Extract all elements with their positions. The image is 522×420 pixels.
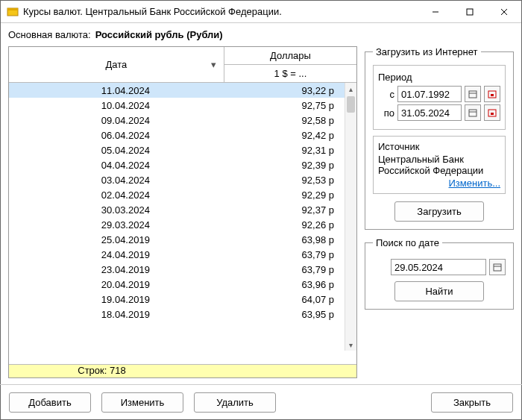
table-row[interactable]: 18.04.201963,95 р (9, 307, 356, 322)
cell-value: 92,39 р (224, 160, 356, 171)
cell-value: 92,26 р (224, 219, 356, 231)
cell-date: 03.04.2024 (9, 175, 224, 186)
table-row[interactable]: 04.04.202492,39 р (9, 157, 356, 172)
edit-button[interactable]: Изменить (101, 392, 183, 413)
table-row[interactable]: 29.03.202492,26 р (9, 217, 356, 232)
scroll-down-icon[interactable]: ▾ (345, 339, 356, 351)
table-row[interactable]: 23.04.201963,79 р (9, 262, 356, 277)
table-row[interactable]: 30.03.202492,37 р (9, 202, 356, 217)
cell-date: 20.04.2019 (9, 279, 224, 290)
change-source-link[interactable]: Изменить... (378, 178, 500, 189)
cell-date: 04.04.2024 (9, 160, 224, 171)
from-calendar-button[interactable] (465, 86, 481, 102)
maximize-button[interactable] (453, 1, 487, 23)
svg-rect-13 (491, 113, 494, 115)
table-row[interactable]: 24.04.201963,79 р (9, 247, 356, 262)
table-row[interactable]: 10.04.202492,75 р (9, 98, 356, 113)
table-row[interactable]: 11.04.202493,22 р (9, 83, 356, 98)
table-header: Дата ▾ Доллары 1 $ = ... (9, 47, 356, 83)
table-row[interactable]: 09.04.202492,58 р (9, 113, 356, 128)
cell-value: 92,75 р (224, 100, 356, 111)
cell-value: 63,79 р (224, 264, 356, 275)
cell-value: 63,95 р (224, 309, 356, 320)
app-icon (7, 6, 19, 18)
period-group: Период с 01.07.1992 по 31.05.2024 (373, 65, 506, 130)
table-row[interactable]: 19.04.201964,07 р (9, 292, 356, 307)
table-row[interactable]: 06.04.202492,42 р (9, 128, 356, 142)
cell-date: 05.04.2024 (9, 145, 224, 156)
period-label: Период (378, 72, 500, 83)
to-date-input[interactable]: 31.05.2024 (397, 104, 462, 121)
table-row[interactable]: 02.04.202492,29 р (9, 187, 356, 202)
table-row[interactable]: 25.04.201963,98 р (9, 232, 356, 247)
svg-rect-6 (469, 91, 477, 98)
cell-date: 18.04.2019 (9, 309, 224, 320)
to-clear-button[interactable] (484, 104, 500, 121)
cell-date: 30.03.2024 (9, 204, 224, 216)
cell-value: 92,58 р (224, 115, 356, 126)
cell-value: 63,98 р (224, 234, 356, 245)
source-group: Источник Центральный Банк Российской Фед… (373, 136, 506, 194)
from-clear-button[interactable] (484, 86, 500, 102)
scroll-up-icon[interactable]: ▴ (345, 83, 356, 95)
cell-value: 63,79 р (224, 249, 356, 260)
search-date-input[interactable]: 29.05.2024 (391, 259, 486, 275)
svg-rect-14 (494, 264, 501, 271)
table-scrollbar[interactable]: ▴ ▾ (345, 83, 356, 351)
add-button[interactable]: Добавить (9, 392, 91, 413)
cell-value: 92,37 р (224, 204, 356, 216)
load-button[interactable]: Загрузить (394, 201, 484, 222)
cell-date: 11.04.2024 (9, 85, 224, 96)
col-rate-header: 1 $ = ... (224, 65, 356, 82)
base-currency-value: Российский рубль (Рубли) (95, 29, 223, 40)
cell-value: 92,53 р (224, 175, 356, 186)
cell-value: 63,96 р (224, 279, 356, 290)
svg-rect-3 (467, 9, 473, 15)
cell-value: 92,42 р (224, 130, 356, 141)
search-calendar-button[interactable] (489, 259, 506, 275)
window-title: Курсы валют. Центральный Банк Российской… (23, 6, 418, 17)
sort-chevron-icon[interactable]: ▾ (211, 59, 216, 70)
base-currency-row: Основная валюта: Российский рубль (Рубли… (1, 23, 521, 46)
source-value: Центральный Банк Российской Федерации (378, 154, 500, 176)
table-row[interactable]: 05.04.202492,31 р (9, 142, 356, 157)
table-footer: Строк: 718 (9, 364, 356, 377)
search-group-title: Поиск по дате (373, 237, 442, 248)
cell-date: 10.04.2024 (9, 100, 224, 111)
cell-value: 93,22 р (224, 85, 356, 96)
cell-value: 64,07 р (224, 294, 356, 305)
search-by-date-group: Поиск по дате 29.05.2024 Найти (365, 237, 514, 310)
find-button[interactable]: Найти (394, 281, 484, 301)
cell-date: 02.04.2024 (9, 189, 224, 201)
cell-date: 06.04.2024 (9, 130, 224, 141)
col-currency-header[interactable]: Доллары (224, 47, 356, 65)
cell-date: 29.03.2024 (9, 219, 224, 231)
load-from-internet-group: Загрузить из Интернет Период с 01.07.199… (365, 46, 514, 230)
svg-rect-10 (469, 110, 477, 116)
cell-date: 09.04.2024 (9, 115, 224, 126)
cell-value: 92,29 р (224, 189, 356, 201)
close-window-button[interactable]: Закрыть (431, 392, 513, 413)
load-group-title: Загрузить из Интернет (373, 46, 481, 57)
table-body: 11.04.202493,22 р10.04.202492,75 р09.04.… (9, 83, 356, 364)
rates-table: Дата ▾ Доллары 1 $ = ... 11.04.202493,22… (8, 46, 357, 378)
source-label: Источник (378, 141, 500, 152)
svg-rect-9 (491, 94, 494, 96)
scroll-thumb[interactable] (347, 96, 355, 113)
table-row[interactable]: 20.04.201963,96 р (9, 277, 356, 292)
to-calendar-button[interactable] (465, 104, 481, 121)
titlebar: Курсы валют. Центральный Банк Российской… (1, 1, 521, 23)
close-button[interactable] (487, 1, 521, 23)
cell-date: 23.04.2019 (9, 264, 224, 275)
from-date-input[interactable]: 01.07.1992 (397, 86, 462, 102)
svg-rect-1 (7, 8, 18, 10)
delete-button[interactable]: Удалить (194, 392, 276, 413)
cell-date: 25.04.2019 (9, 234, 224, 245)
footer-toolbar: Добавить Изменить Удалить Закрыть (0, 384, 522, 420)
minimize-button[interactable] (418, 1, 453, 23)
cell-date: 19.04.2019 (9, 294, 224, 305)
table-row[interactable]: 03.04.202492,53 р (9, 172, 356, 187)
cell-value: 92,31 р (224, 145, 356, 156)
col-date-header[interactable]: Дата (106, 59, 128, 70)
cell-date: 24.04.2019 (9, 249, 224, 260)
